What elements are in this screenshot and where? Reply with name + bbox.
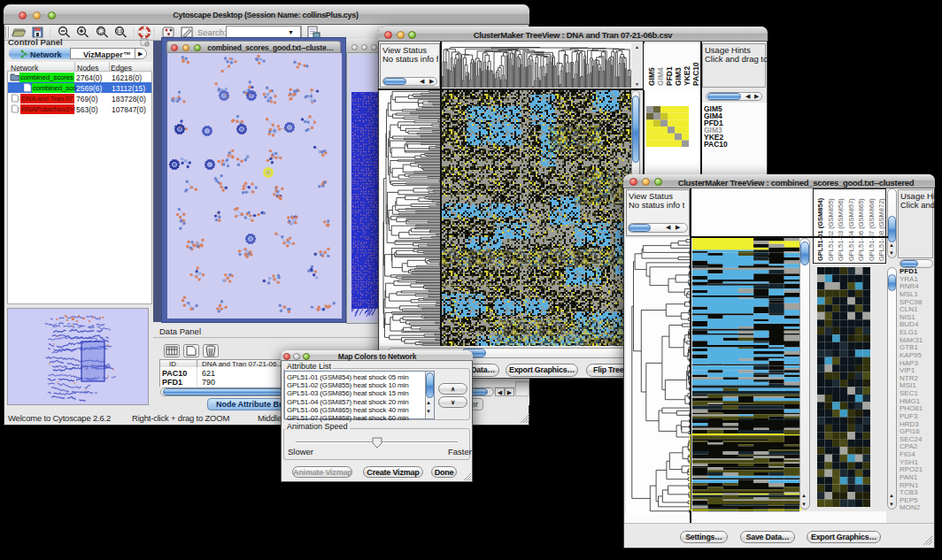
svg-text:1:1: 1:1: [117, 29, 123, 34]
svg-text:Search:: Search:: [197, 27, 227, 37]
